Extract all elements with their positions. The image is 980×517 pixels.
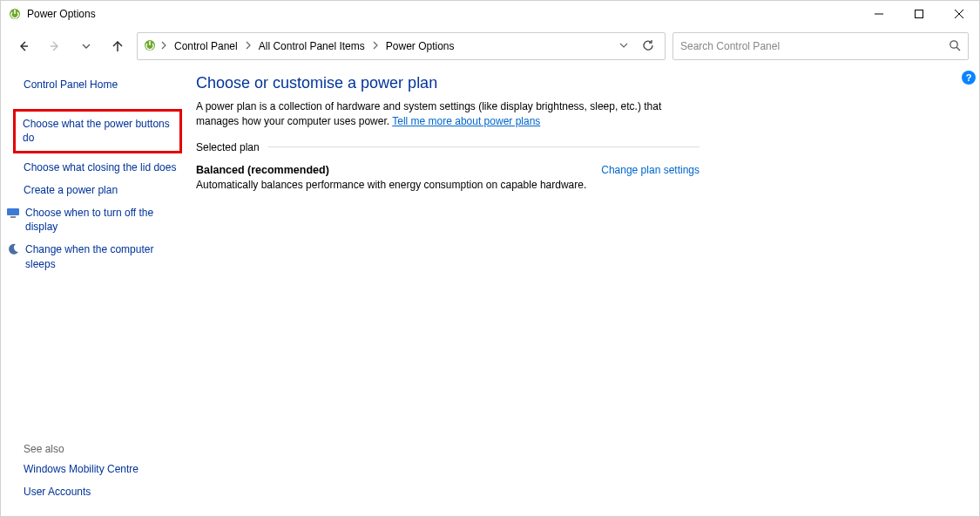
section-label: Selected plan [196,141,700,153]
back-button[interactable] [11,34,36,58]
change-plan-settings-link[interactable]: Change plan settings [601,164,700,176]
chevron-right-icon[interactable] [160,41,167,51]
sidebar-link-closing-lid[interactable]: Choose what closing the lid does [24,160,180,174]
moon-icon [6,242,20,256]
sidebar-link-computer-sleeps[interactable]: Change when the computer sleeps [25,242,180,270]
chevron-right-icon[interactable] [372,41,379,51]
plan-description: Automatically balances performance with … [196,179,700,191]
search-icon[interactable] [949,39,961,54]
breadcrumb-item[interactable]: All Control Panel Items [255,38,368,54]
page-heading: Choose or customise a power plan [196,74,700,92]
plan-name: Balanced (recommended) [196,164,329,176]
forward-button[interactable] [43,34,67,58]
sidebar-link-create-plan[interactable]: Create a power plan [24,183,180,197]
control-panel-home-link[interactable]: Control Panel Home [24,78,180,92]
highlighted-link: Choose what the power buttons do [13,109,182,153]
tell-me-more-link[interactable]: Tell me more about power plans [392,115,540,127]
svg-line-10 [956,47,960,51]
svg-point-9 [950,40,957,47]
sidebar: Control Panel Home Choose what the power… [11,71,186,506]
power-options-icon [8,7,22,21]
recent-dropdown[interactable] [74,34,98,58]
search-placeholder: Search Control Panel [680,40,780,52]
see-also-mobility-centre[interactable]: Windows Mobility Centre [24,462,180,476]
selected-plan-label: Selected plan [196,141,260,153]
breadcrumb-item[interactable]: Control Panel [171,38,241,54]
sidebar-link-turn-off-display[interactable]: Choose when to turn off the display [25,206,180,234]
see-also-heading: See also [24,443,180,455]
address-bar[interactable]: Control Panel All Control Panel Items Po… [137,32,666,60]
window-title: Power Options [27,8,96,20]
maximize-button[interactable] [899,1,939,27]
plan-row: Balanced (recommended) Change plan setti… [196,164,700,176]
up-button[interactable] [105,34,130,58]
chevron-right-icon[interactable] [245,41,252,51]
toolbar: Control Panel All Control Panel Items Po… [1,27,979,65]
titlebar: Power Options [1,1,979,27]
svg-rect-12 [10,216,16,218]
page-description: A power plan is a collection of hardware… [196,99,700,129]
svg-rect-11 [7,208,19,215]
help-button[interactable]: ? [962,71,976,85]
close-button[interactable] [939,1,979,27]
breadcrumb-item[interactable]: Power Options [382,38,458,54]
see-also-user-accounts[interactable]: User Accounts [24,485,180,499]
content-area: ? Control Panel Home Choose what the pow… [1,65,979,516]
display-icon [6,206,20,220]
sidebar-link-power-buttons[interactable]: Choose what the power buttons do [23,117,172,145]
refresh-button[interactable] [637,39,659,54]
svg-rect-2 [916,10,923,18]
search-input[interactable]: Search Control Panel [672,32,969,60]
divider [268,146,700,147]
chevron-down-icon[interactable] [614,40,633,52]
main-content: Choose or customise a power plan A power… [186,71,708,506]
window: Power Options [0,0,980,517]
minimize-button[interactable] [859,1,899,27]
power-options-icon [143,38,157,55]
